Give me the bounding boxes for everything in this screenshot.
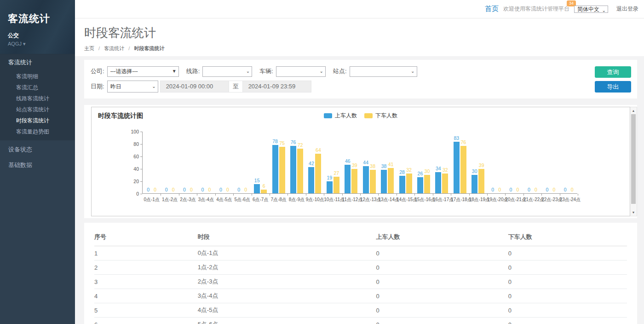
chart-vertical-scrollbar[interactable]: ▲ ▼ [630,107,637,216]
table-column-header: 下车人数 [508,229,627,246]
chart-bar [345,165,351,193]
filter-row-2: 日期: 昨日 ⌄ 2024-01-09 00:00 至 2024-01-09 2… [91,81,631,92]
sidebar-section-passenger-stats[interactable]: 客流统计 [0,54,75,70]
breadcrumb-home[interactable]: 主页 [84,46,94,51]
sidebar: 客流统计 公交 AQGJ ▾ 客流统计 客流明细客流汇总线路客流统计站点客流统计… [0,0,75,324]
line-label: 线路: [186,67,200,75]
legend-item-alighting[interactable]: 下车人数 [364,112,397,120]
line-select[interactable]: ⌄ [202,66,252,77]
org-code-dropdown[interactable]: AQGJ ▾ [8,41,75,47]
vehicle-select[interactable]: ⌄ [276,66,326,77]
x-axis-category-label: 14点-15点 [397,197,414,203]
y-axis-tick [140,181,142,182]
chart-bar [472,175,477,194]
date-preset-select[interactable]: 昨日 ⌄ [107,81,158,93]
chart-box: 时段车流统计图 上车人数 下车人数 020406080100000点-1点001… [91,107,630,216]
table-column-header: 序号 [94,229,198,246]
chart-bar [290,146,296,193]
sidebar-submenu-item[interactable]: 线路客流统计 [0,93,75,104]
x-axis-category-label: 22点-23点 [541,197,559,203]
table-cell: 0 [376,275,508,289]
y-axis-tick [140,169,142,169]
y-axis-tick-label: 80 [123,141,139,147]
table-row: 21点-2点00 [94,260,627,275]
query-button[interactable]: 查询 [595,66,631,78]
scroll-down-icon[interactable]: ▼ [630,209,637,215]
language-select[interactable]: 简体中文 ⌄ [574,6,608,13]
sidebar-submenu-item[interactable]: 时段客流统计 [0,115,75,126]
x-axis-category-label: 2点-3点 [179,197,197,203]
chart-bar [478,169,484,193]
station-label: 站点: [333,67,347,75]
org-name: 公交 [8,32,75,40]
x-axis-category-label: 19点-20点 [487,197,505,203]
x-axis-category-label: 17点-18点 [451,197,469,203]
y-axis-tick [140,132,142,132]
chart-bar [435,172,441,193]
x-axis-tick [451,194,451,196]
data-table-panel: 序号时段上车人数下车人数 10点-1点0021点-2点0032点-3点0043点… [84,223,637,324]
sidebar-submenu: 客流明细客流汇总线路客流统计站点客流统计时段客流统计客流量趋势图 [0,70,75,137]
x-axis-tick [197,194,197,196]
sidebar-item-base-data[interactable]: 基础数据 [0,157,75,172]
x-axis-category-label: 23点-24点 [560,197,578,203]
legend-swatch-boarding [324,113,332,118]
chevron-down-icon: ⌄ [152,81,155,92]
x-axis-tick [578,194,578,196]
legend-item-boarding[interactable]: 上车人数 [324,112,357,120]
x-axis-category-label: 20点-21点 [505,197,523,203]
chart-bar [297,149,303,193]
table-cell: 1点-2点 [198,260,376,275]
sidebar-submenu-item[interactable]: 站点客流统计 [0,104,75,115]
table-cell: 5点-6点 [198,318,376,324]
date-to-input[interactable]: 2024-01-09 23:59 [242,81,311,93]
chevron-down-icon: ⌄ [246,67,250,75]
chevron-down-icon: ▾ [23,41,26,46]
x-axis-tick [270,194,270,196]
table-cell: 0 [508,318,627,324]
x-axis-category-label: 1点-2点 [161,197,178,203]
table-cell: 0 [508,246,627,260]
table-column-header: 上车人数 [376,229,508,246]
x-axis-tick [252,194,252,196]
scrollbar-thumb[interactable] [631,114,636,204]
sidebar-submenu-item[interactable]: 客流明细 [0,70,75,81]
sidebar-submenu-item[interactable]: 客流汇总 [0,81,75,93]
table-cell: 0 [376,260,508,275]
chart-bar [454,142,460,193]
breadcrumb-passenger-stats[interactable]: 客流统计 [104,46,124,51]
table-cell: 0 [376,246,508,260]
chart-bar-value: 64 [312,147,325,153]
y-axis-tick [140,144,142,145]
logout-link[interactable]: 退出登录 [616,5,638,13]
x-axis-category-label: 7点-8点 [270,197,288,203]
chart-bar [460,146,466,193]
x-axis-tick [397,194,397,196]
x-axis-category-label: 10点-11点 [324,197,342,203]
sidebar-submenu-item[interactable]: 客流量趋势图 [0,126,75,137]
x-axis-tick [523,194,524,196]
y-axis-tick-label: 60 [123,154,139,159]
chart-bar-value: 41 [385,162,397,167]
scroll-up-icon[interactable]: ▲ [630,108,637,114]
sidebar-item-device-status[interactable]: 设备状态 [0,141,75,156]
date-from-input[interactable]: 2024-01-09 00:00 [160,81,229,93]
table-cell: 5 [94,303,198,318]
chart-bar [399,176,405,193]
x-axis-tick [378,194,379,196]
x-axis-tick [433,194,433,196]
export-button[interactable]: 导出 [595,81,631,93]
chart-bar [363,166,369,193]
station-select[interactable]: ⌄ [350,66,417,77]
chart-bar-value: 32 [439,167,452,173]
company-select[interactable]: ---请选择--- ▼ [107,66,179,77]
x-axis-tick [324,194,324,196]
chart-bar-value: 0 [566,187,579,192]
home-link[interactable]: 首页 [485,5,499,13]
chart-bar [442,174,448,193]
table-cell: 6 [94,318,198,324]
x-axis-tick [360,194,361,196]
x-axis-category-label: 16点-17点 [433,197,451,203]
x-axis-tick [342,194,343,196]
table-cell: 2点-3点 [198,275,376,289]
